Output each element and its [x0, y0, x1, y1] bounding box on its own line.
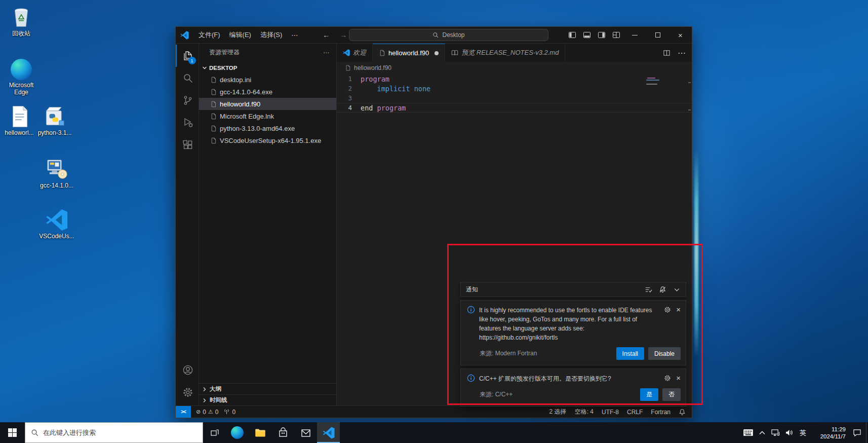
network-icon[interactable] — [769, 422, 782, 443]
search-icon — [31, 429, 38, 436]
desktop-icon-python-installer[interactable]: python-3.1... — [36, 104, 73, 136]
taskbar-clock[interactable]: 11:29 2024/11/7 — [814, 426, 846, 440]
sidebar-more-icon[interactable]: ⋯ — [323, 49, 329, 56]
encoding-status[interactable]: UTF-8 — [602, 409, 619, 416]
info-icon — [467, 306, 475, 314]
minimize-button[interactable] — [623, 27, 646, 43]
notification-settings-gear-icon[interactable] — [664, 306, 671, 313]
tab-welcome[interactable]: 欢迎 — [337, 44, 373, 62]
notification-settings-gear-icon[interactable] — [664, 375, 671, 382]
no-button[interactable]: 否 — [662, 388, 681, 401]
forward-icon[interactable]: → — [340, 31, 347, 39]
mail-icon — [300, 427, 312, 439]
minimap[interactable] — [647, 78, 655, 79]
tab-markdown-preview[interactable]: 预览 RELEASE_NOTES-v3.2.md — [445, 44, 565, 62]
desktop-icon-label: 回收站 — [12, 30, 30, 37]
close-button[interactable]: × — [669, 27, 692, 43]
eol-status[interactable]: CRLF — [627, 409, 643, 416]
task-view-button[interactable] — [203, 422, 226, 443]
selection-status[interactable]: 2 选择 — [549, 408, 567, 416]
file-item[interactable]: VSCodeUserSetup-x64-1.95.1.exe — [199, 134, 336, 146]
activity-bar: 1 — [176, 44, 199, 405]
split-editor-icon[interactable] — [663, 49, 670, 57]
explorer-sidebar: 资源管理器 ⋯ DESKTOP desktop.ini gcc-14.1.0-6… — [199, 44, 337, 405]
file-item[interactable]: Microsoft Edge.lnk — [199, 110, 336, 122]
taskbar-mail-button[interactable] — [294, 422, 317, 443]
source-control-icon[interactable] — [176, 89, 199, 112]
clear-all-notifications-icon[interactable] — [645, 286, 652, 293]
taskbar-file-explorer-button[interactable] — [249, 422, 271, 443]
close-notification-icon[interactable]: × — [676, 306, 681, 313]
minimap[interactable] — [646, 80, 659, 81]
do-not-disturb-icon[interactable] — [659, 286, 666, 293]
file-item[interactable]: desktop.ini — [199, 73, 336, 86]
file-item-selected[interactable]: helloworld.f90 — [199, 98, 336, 110]
notifications-bell-icon[interactable] — [679, 409, 686, 416]
error-count: 0 — [203, 409, 206, 416]
disable-button[interactable]: Disable — [648, 347, 681, 360]
volume-icon[interactable] — [782, 422, 796, 443]
action-center-icon[interactable] — [850, 422, 864, 443]
line-number: 3 — [337, 94, 361, 102]
editor-more-actions-icon[interactable]: ⋯ — [678, 48, 686, 58]
explorer-badge: 1 — [188, 57, 196, 64]
taskbar-search-box[interactable]: 在此键入进行搜索 — [25, 422, 203, 443]
taskbar-store-button[interactable] — [271, 422, 294, 443]
desktop-icon-edge[interactable]: Microsoft Edge — [3, 57, 40, 96]
close-notification-icon[interactable]: × — [676, 375, 681, 382]
search-icon[interactable] — [176, 67, 199, 89]
remote-indicator[interactable]: >< — [176, 406, 191, 418]
warning-count: 0 — [215, 409, 219, 416]
run-debug-icon[interactable] — [176, 112, 199, 134]
indentation-status[interactable]: 空格: 4 — [575, 408, 594, 416]
command-center[interactable]: Desktop — [349, 29, 548, 41]
yes-button[interactable]: 是 — [640, 388, 658, 401]
show-hidden-icons-chevron[interactable] — [755, 422, 769, 443]
file-item[interactable]: gcc-14.1.0-64.exe — [199, 86, 336, 98]
overview-ruler-mark — [688, 82, 691, 83]
breadcrumb[interactable]: helloworld.f90 — [337, 62, 692, 74]
menu-select[interactable]: 选择(S) — [256, 27, 287, 43]
problems-status[interactable]: ⊘ 0 ⚠ 0 — [196, 409, 218, 416]
settings-gear-icon[interactable] — [176, 381, 199, 403]
desktop-icon-gcc-installer[interactable]: gcc-14.1.0... — [38, 157, 75, 189]
explorer-icon[interactable]: 1 — [176, 45, 199, 67]
line-number: 4 — [337, 104, 361, 112]
menu-file[interactable]: 文件(F) — [194, 27, 225, 43]
file-icon — [210, 137, 217, 144]
collapse-notifications-icon[interactable] — [673, 286, 681, 293]
taskbar-vscode-button[interactable] — [317, 422, 340, 443]
start-button[interactable] — [0, 422, 25, 443]
customize-layout-icon[interactable] — [610, 27, 622, 43]
menu-edit[interactable]: 编辑(E) — [225, 27, 256, 43]
tab-helloworld-f90[interactable]: helloworld.f90 — [373, 44, 445, 62]
desktop-icon-recycle-bin[interactable]: 回收站 — [3, 5, 40, 37]
modified-dot-icon[interactable] — [435, 51, 439, 55]
account-icon[interactable] — [176, 359, 199, 381]
back-icon[interactable]: ← — [323, 31, 330, 39]
toggle-sidebar-icon[interactable] — [566, 27, 578, 43]
menu-more-icon[interactable]: ⋯ — [287, 27, 302, 43]
code-line: 1 program — [337, 74, 692, 84]
taskbar-edge-button[interactable] — [226, 422, 249, 443]
show-desktop-button[interactable] — [866, 422, 868, 443]
toggle-panel-icon[interactable] — [580, 27, 593, 43]
titlebar-right: × — [565, 27, 692, 43]
timeline-section[interactable]: 时间线 — [199, 394, 336, 405]
folder-section-desktop[interactable]: DESKTOP — [199, 62, 336, 73]
taskbar: 在此键入进行搜索 — [0, 422, 868, 443]
touch-keyboard-icon[interactable] — [741, 422, 755, 443]
desktop-icon-vscode-installer[interactable]: VSCodeUs... — [38, 208, 75, 240]
maximize-button[interactable] — [646, 27, 669, 43]
outline-section[interactable]: 大纲 — [199, 383, 336, 394]
language-mode-status[interactable]: Fortran — [651, 409, 670, 416]
extensions-icon[interactable] — [176, 134, 199, 156]
desktop-icon-helloworld[interactable]: helloworl... — [1, 104, 37, 136]
install-button[interactable]: Install — [616, 347, 644, 360]
ports-status[interactable]: 0 — [223, 409, 235, 416]
ime-indicator[interactable]: 英 — [796, 422, 810, 443]
desktop-icon-label: Microsoft Edge — [3, 82, 40, 96]
minimap[interactable] — [646, 84, 657, 85]
toggle-secondary-sidebar-icon[interactable] — [595, 27, 608, 43]
file-item[interactable]: python-3.13.0-amd64.exe — [199, 122, 336, 134]
